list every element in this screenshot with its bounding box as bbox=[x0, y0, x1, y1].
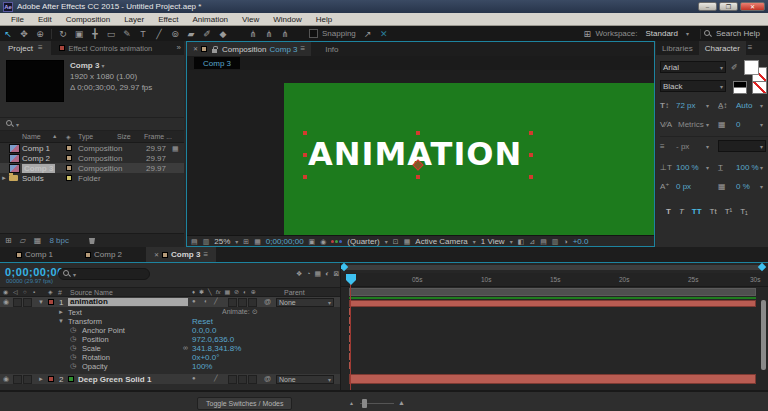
viewer-tab-comp3[interactable]: Comp 3 bbox=[194, 57, 240, 69]
layer-name-input[interactable]: animation bbox=[68, 298, 188, 306]
project-item-comp3-selected[interactable]: Comp 3 Composition 29.97 bbox=[0, 163, 184, 173]
local-axis-mode-icon[interactable]: ⋔ bbox=[245, 29, 261, 39]
snapping-checkbox[interactable] bbox=[309, 29, 318, 38]
menu-animation[interactable]: Animation bbox=[185, 15, 235, 24]
show-snapshot-icon[interactable]: ◉ bbox=[320, 238, 326, 245]
tracking-caret-icon[interactable]: ▾ bbox=[760, 121, 763, 128]
minimize-button[interactable]: – bbox=[698, 2, 717, 11]
close-button[interactable]: ✕ bbox=[740, 2, 765, 11]
rotation-row[interactable]: ◷ Rotation 0x+0.0° bbox=[0, 352, 340, 361]
audio-cell[interactable] bbox=[13, 375, 22, 384]
quality-switch-icon[interactable]: ● bbox=[192, 298, 196, 304]
column-label-icon[interactable]: ◈ bbox=[66, 133, 71, 140]
anchor-point-row[interactable]: ◷ Anchor Point 0.0,0.0 bbox=[0, 325, 340, 334]
layer-row-1[interactable]: ◉ ▼ 1 animation ● ◐ ╱ @ None ▾ bbox=[0, 297, 340, 307]
delete-icon[interactable] bbox=[89, 237, 95, 244]
pickwhip-icon[interactable]: @ bbox=[264, 298, 271, 305]
mini-flowchart-icon[interactable]: ❖ bbox=[296, 270, 302, 277]
eye-icon[interactable]: ◉ bbox=[3, 375, 9, 382]
roto-brush-tool-icon[interactable]: ✐ bbox=[199, 29, 215, 39]
layer-2-duration-bar[interactable] bbox=[349, 374, 756, 384]
camera-menu[interactable]: Active Camera bbox=[415, 237, 467, 246]
layer-1-duration-bar[interactable] bbox=[349, 300, 756, 307]
comp-canvas[interactable]: ANIMATION bbox=[284, 83, 654, 237]
eyedropper-icon[interactable]: ✐ bbox=[731, 63, 738, 72]
preview-timecode[interactable]: 0;00;00;00 bbox=[266, 237, 304, 246]
menu-help[interactable]: Help bbox=[309, 15, 339, 24]
selection-handle[interactable] bbox=[303, 131, 307, 135]
brush-tool-icon[interactable]: ╱ bbox=[151, 29, 167, 39]
switch-cell[interactable] bbox=[238, 375, 247, 384]
panel-menu-icon[interactable]: ≡ bbox=[203, 251, 208, 259]
all-caps-button[interactable]: TT bbox=[692, 207, 702, 216]
expand-icon[interactable]: ► bbox=[1, 175, 7, 181]
workspace-value[interactable]: Standard bbox=[645, 29, 677, 38]
more-tabs-icon[interactable]: » bbox=[177, 44, 181, 52]
project-search-caret-icon[interactable]: ▾ bbox=[16, 121, 19, 128]
shy-layers-icon[interactable]: ▦ bbox=[315, 270, 322, 277]
solo-cell[interactable] bbox=[23, 298, 32, 307]
panel-menu-icon[interactable]: ≡ bbox=[748, 44, 753, 52]
tab-close-icon[interactable]: ✕ bbox=[193, 46, 198, 52]
zoom-caret-icon[interactable]: ▾ bbox=[235, 238, 238, 245]
item-name[interactable]: Comp 3 bbox=[22, 164, 55, 173]
rotation-tool-icon[interactable]: ↻ bbox=[55, 29, 71, 39]
timeline-search-input[interactable]: ▾ bbox=[58, 268, 150, 280]
font-family-select[interactable]: Arial ▾ bbox=[660, 61, 726, 73]
column-name[interactable]: Name bbox=[22, 133, 41, 140]
clone-stamp-tool-icon[interactable]: ⊚ bbox=[167, 29, 183, 39]
current-timecode[interactable]: 0;00;00;00 bbox=[5, 266, 64, 278]
opacity-row[interactable]: ◷ Opacity 100% bbox=[0, 361, 340, 370]
preview-comp-name[interactable]: Comp 3 bbox=[70, 61, 99, 70]
layer-label-swatch[interactable] bbox=[48, 376, 54, 382]
menu-effect[interactable]: Effect bbox=[151, 15, 185, 24]
search-help-icon[interactable] bbox=[704, 30, 712, 38]
layer-label-swatch[interactable] bbox=[48, 299, 54, 305]
vertical-scale-value[interactable]: 100 % bbox=[676, 163, 699, 172]
layer-row-2[interactable]: ◉ ► 2 Deep Green Solid 1 ● ╱ @ None ▾ bbox=[0, 374, 340, 384]
expand-arrow-icon[interactable]: ▼ bbox=[38, 299, 44, 305]
mask-switch-icon[interactable]: ╱ bbox=[214, 375, 218, 381]
mini-flowchart-icon[interactable]: ▥ bbox=[552, 238, 559, 245]
project-search-icon[interactable] bbox=[6, 120, 14, 128]
draft-3d-icon[interactable]: ◔ bbox=[306, 270, 310, 277]
layer-name[interactable]: Deep Green Solid 1 bbox=[78, 375, 151, 384]
leading-caret-icon[interactable]: ▾ bbox=[760, 102, 763, 109]
label-swatch[interactable] bbox=[66, 175, 72, 181]
zoom-level[interactable]: 25% bbox=[214, 237, 230, 246]
selection-handle[interactable] bbox=[529, 175, 533, 179]
effects-switch-icon[interactable]: ◐ bbox=[204, 298, 208, 304]
pixel-aspect-icon[interactable]: ◧ bbox=[518, 238, 525, 245]
no-fill-button[interactable] bbox=[752, 81, 767, 94]
solo-cell[interactable] bbox=[23, 375, 32, 384]
resolution-caret-icon[interactable]: ▾ bbox=[385, 238, 388, 245]
tsume-value[interactable]: 0 % bbox=[736, 182, 750, 191]
time-ruler[interactable]: 0s 05s 10s 15s 20s 25s 30s bbox=[341, 273, 768, 287]
stroke-width-value[interactable]: - px bbox=[676, 142, 689, 151]
new-composition-icon[interactable]: ▦ bbox=[34, 237, 42, 245]
transform-group-row[interactable]: ▼ Transform Reset bbox=[0, 316, 340, 325]
kerning-caret-icon[interactable]: ▾ bbox=[706, 121, 709, 128]
column-size[interactable]: Size bbox=[117, 133, 131, 140]
column-frame-rate[interactable]: Frame ... bbox=[144, 133, 172, 140]
kerning-value[interactable]: Metrics bbox=[678, 120, 704, 129]
tab-project[interactable]: Project ≡ bbox=[0, 41, 51, 55]
parent-dropdown[interactable]: None ▾ bbox=[276, 298, 334, 307]
exposure-icon[interactable]: ◑ bbox=[563, 238, 567, 245]
timeline-navigator[interactable] bbox=[343, 265, 763, 270]
stroke-style-select[interactable]: ▾ bbox=[718, 140, 766, 152]
timeline-tab-comp2[interactable]: Comp 2 bbox=[77, 247, 130, 262]
tsume-caret-icon[interactable]: ▾ bbox=[760, 183, 763, 190]
navigator-end-handle[interactable] bbox=[758, 263, 766, 271]
menu-edit[interactable]: Edit bbox=[31, 15, 59, 24]
snap-mask-icon[interactable]: ✕ bbox=[376, 29, 392, 39]
audio-cell[interactable] bbox=[13, 298, 22, 307]
pickwhip-icon[interactable]: @ bbox=[264, 375, 271, 382]
magnification-icon[interactable]: ▥ bbox=[203, 238, 210, 245]
expand-arrow-icon[interactable]: ► bbox=[38, 376, 44, 382]
font-size-caret-icon[interactable]: ▾ bbox=[706, 102, 709, 109]
text-group-row[interactable]: ► Text Animate: ⊙ bbox=[0, 307, 340, 316]
horizontal-scale-value[interactable]: 100 % bbox=[736, 163, 759, 172]
label-swatch[interactable] bbox=[66, 145, 72, 151]
project-item-solids[interactable]: ► Solids Folder bbox=[0, 173, 184, 183]
